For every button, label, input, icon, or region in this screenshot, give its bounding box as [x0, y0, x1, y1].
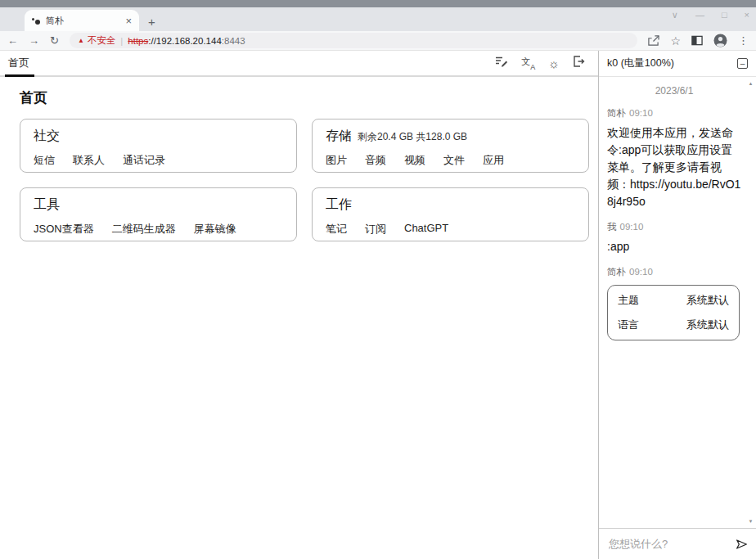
scroll-up-icon[interactable]: ▲ — [749, 81, 754, 86]
window-maximize-icon[interactable]: □ — [722, 11, 727, 20]
window-title-strip — [0, 0, 756, 7]
link-audio[interactable]: 音频 — [365, 153, 386, 168]
toolbar-actions: ☆ ⋮ — [647, 34, 749, 47]
browser-menu-icon[interactable]: ⋮ — [738, 35, 749, 46]
link-video[interactable]: 视频 — [404, 153, 425, 168]
security-warning-label[interactable]: 不安全 — [88, 34, 116, 47]
new-tab-button[interactable]: + — [148, 16, 155, 28]
app-settings-menu: 主题 系统默认 语言 系统默认 — [607, 285, 740, 340]
setting-label: 语言 — [618, 318, 639, 332]
main-area: 首页 文 A ☼ 首页 社交 — [0, 51, 598, 559]
setting-value: 系统默认 — [686, 293, 729, 308]
card-storage: 存储 剩余20.4 GB 共128.0 GB 图片 音频 视频 文件 应用 — [312, 119, 589, 173]
home-page: 首页 社交 短信 联系人 通话记录 存储 剩余20.4 GB 共128.0 — [0, 77, 598, 241]
window-close-icon[interactable]: × — [745, 11, 749, 20]
link-json-viewer[interactable]: JSON查看器 — [34, 222, 94, 237]
translate-zh-glyph: 文 — [521, 56, 530, 68]
link-sms[interactable]: 短信 — [34, 153, 55, 168]
card-work: 工作 笔记 订阅 ChatGPT — [312, 187, 589, 241]
link-images[interactable]: 图片 — [326, 153, 347, 168]
chat-minimize-icon[interactable]: – — [737, 58, 748, 69]
translate-a-glyph: A — [530, 63, 535, 71]
omnibox-separator: | — [120, 36, 123, 46]
side-panel-icon[interactable] — [691, 35, 703, 46]
theme-brightness-icon[interactable]: ☼ — [548, 57, 560, 70]
scroll-down-icon[interactable]: ▼ — [749, 519, 754, 524]
security-warning-icon: ▲ — [78, 37, 84, 44]
card-title: 工具 — [34, 196, 60, 214]
window-minimize-icon[interactable]: — — [695, 11, 704, 20]
link-files[interactable]: 文件 — [443, 153, 465, 168]
tab-home[interactable]: 首页 — [8, 56, 29, 70]
url-host: ://192.168.20.144 — [148, 36, 222, 46]
window-chevron-icon[interactable]: ∨ — [672, 11, 678, 20]
forward-icon[interactable]: → — [29, 35, 39, 46]
message-sender: 我 — [607, 222, 617, 232]
message-time: 09:10 — [629, 267, 653, 277]
share-icon[interactable] — [647, 35, 659, 47]
link-chatgpt[interactable]: ChatGPT — [404, 222, 448, 237]
logout-icon[interactable] — [573, 56, 585, 70]
link-qrcode-generator[interactable]: 二维码生成器 — [112, 222, 176, 237]
chat-date: 2023/6/1 — [607, 85, 741, 97]
chat-panel: k0 (电量100%) – 2023/6/1 简朴09:10 欢迎使用本应用，发… — [598, 51, 756, 559]
browser-tab-strip: 简朴 × + ∨ — □ × — [0, 7, 756, 31]
url-scheme: https — [128, 36, 148, 46]
profile-avatar-icon[interactable] — [713, 34, 727, 47]
tab-title: 简朴 — [46, 15, 125, 27]
card-social: 社交 短信 联系人 通话记录 — [20, 119, 297, 173]
link-call-log[interactable]: 通话记录 — [123, 153, 165, 168]
link-subscriptions[interactable]: 订阅 — [365, 222, 386, 237]
browser-toolbar: ← → ↻ ▲ 不安全 | https://192.168.20.144:844… — [0, 31, 756, 51]
app-toolbar-icons: 文 A ☼ — [495, 56, 585, 70]
send-icon[interactable] — [736, 539, 748, 550]
message-meta: 我09:10 — [607, 221, 741, 233]
chat-message-input[interactable] — [607, 537, 731, 551]
address-bar[interactable]: ▲ 不安全 | https://192.168.20.144:8443 — [70, 33, 638, 48]
chat-input-bar — [599, 528, 756, 559]
back-icon[interactable]: ← — [7, 35, 18, 46]
chat-header: k0 (电量100%) – — [599, 51, 756, 77]
setting-label: 主题 — [618, 293, 639, 308]
reload-icon[interactable]: ↻ — [50, 35, 59, 46]
setting-theme[interactable]: 主题 系统默认 — [608, 288, 739, 313]
chat-scrollbar[interactable]: ▲ ▼ — [746, 79, 755, 526]
card-grid: 社交 短信 联系人 通话记录 存储 剩余20.4 GB 共128.0 GB 图片 — [20, 119, 598, 241]
card-title: 工作 — [326, 196, 352, 214]
site-favicon-icon — [32, 16, 41, 25]
storage-usage: 剩余20.4 GB 共128.0 GB — [358, 130, 467, 144]
url-port: :8443 — [222, 36, 245, 46]
device-status-label: k0 (电量100%) — [607, 56, 674, 70]
message-meta: 简朴09:10 — [607, 266, 741, 278]
setting-value: 系统默认 — [686, 318, 729, 332]
message-sender: 简朴 — [607, 108, 626, 118]
tab-close-icon[interactable]: × — [125, 16, 132, 26]
translate-icon[interactable]: 文 A — [521, 57, 535, 70]
chat-message: :app — [607, 238, 741, 255]
message-time: 09:10 — [629, 108, 653, 118]
chat-message-list[interactable]: 2023/6/1 简朴09:10 欢迎使用本应用，发送命令:app可以获取应用设… — [599, 77, 756, 528]
bookmark-star-icon[interactable]: ☆ — [670, 35, 681, 47]
card-title: 社交 — [34, 128, 60, 145]
setting-language[interactable]: 语言 系统默认 — [608, 313, 739, 337]
window-controls: ∨ — □ × — [672, 11, 749, 20]
card-title: 存储 — [326, 128, 352, 145]
page-content: 首页 文 A ☼ 首页 社交 — [0, 51, 756, 559]
link-screen-mirror[interactable]: 屏幕镜像 — [194, 222, 236, 237]
edit-list-icon[interactable] — [495, 56, 508, 70]
message-meta: 简朴09:10 — [607, 107, 741, 119]
link-notes[interactable]: 笔记 — [326, 222, 347, 237]
link-apps[interactable]: 应用 — [483, 153, 504, 168]
app-tab-bar: 首页 文 A ☼ — [0, 51, 598, 77]
card-tools: 工具 JSON查看器 二维码生成器 屏幕镜像 — [20, 187, 297, 241]
message-time: 09:10 — [620, 222, 644, 232]
chat-message: 欢迎使用本应用，发送命令:app可以获取应用设置菜单。了解更多请看视频：http… — [607, 124, 741, 210]
message-sender: 简朴 — [607, 267, 626, 277]
active-tab-underline — [5, 74, 34, 77]
link-contacts[interactable]: 联系人 — [73, 153, 105, 168]
browser-tab[interactable]: 简朴 × — [25, 10, 139, 31]
page-title: 首页 — [20, 88, 598, 107]
